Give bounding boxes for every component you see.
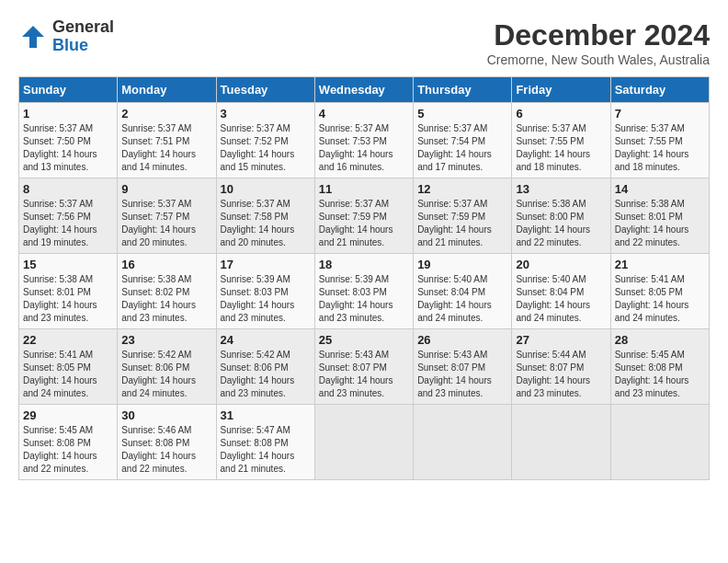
logo-icon	[18, 22, 48, 52]
day-info: Sunrise: 5:41 AMSunset: 8:05 PMDaylight:…	[615, 273, 705, 325]
page-header: General Blue December 2024 Cremorne, New…	[18, 18, 710, 67]
day-number: 3	[221, 107, 311, 121]
calendar-cell: 7 Sunrise: 5:37 AMSunset: 7:55 PMDayligh…	[610, 103, 709, 178]
day-number: 18	[319, 258, 409, 271]
day-number: 26	[417, 333, 507, 347]
calendar-row: 22 Sunrise: 5:41 AMSunset: 8:05 PMDaylig…	[19, 329, 710, 405]
calendar-cell: 22 Sunrise: 5:41 AMSunset: 8:05 PMDaylig…	[19, 329, 118, 405]
day-info: Sunrise: 5:47 AMSunset: 8:08 PMDaylight:…	[221, 424, 311, 476]
calendar-cell: 30 Sunrise: 5:46 AMSunset: 8:08 PMDaylig…	[118, 405, 216, 480]
calendar-row: 15 Sunrise: 5:38 AMSunset: 8:01 PMDaylig…	[19, 254, 710, 329]
calendar-table: SundayMondayTuesdayWednesdayThursdayFrid…	[18, 76, 710, 480]
calendar-cell: 16 Sunrise: 5:38 AMSunset: 8:02 PMDaylig…	[118, 254, 216, 329]
col-header-wednesday: Wednesday	[314, 77, 413, 103]
day-number: 12	[417, 182, 507, 196]
day-number: 15	[23, 258, 113, 271]
calendar-cell: 20 Sunrise: 5:40 AMSunset: 8:04 PMDaylig…	[512, 254, 610, 329]
calendar-cell: 27 Sunrise: 5:44 AMSunset: 8:07 PMDaylig…	[512, 329, 610, 405]
day-info: Sunrise: 5:37 AMSunset: 7:57 PMDaylight:…	[121, 198, 211, 249]
logo-text: General Blue	[52, 18, 114, 55]
day-info: Sunrise: 5:42 AMSunset: 8:06 PMDaylight:…	[121, 349, 211, 400]
day-number: 17	[221, 258, 311, 271]
day-info: Sunrise: 5:44 AMSunset: 8:07 PMDaylight:…	[516, 349, 606, 400]
col-header-friday: Friday	[512, 77, 610, 103]
calendar-cell: 25 Sunrise: 5:43 AMSunset: 8:07 PMDaylig…	[314, 329, 413, 405]
day-number: 30	[121, 408, 211, 422]
day-info: Sunrise: 5:46 AMSunset: 8:08 PMDaylight:…	[121, 424, 211, 476]
day-info: Sunrise: 5:41 AMSunset: 8:05 PMDaylight:…	[23, 349, 113, 400]
calendar-cell: 5 Sunrise: 5:37 AMSunset: 7:54 PMDayligh…	[414, 103, 512, 178]
day-info: Sunrise: 5:37 AMSunset: 7:56 PMDaylight:…	[23, 198, 113, 249]
calendar-row: 8 Sunrise: 5:37 AMSunset: 7:56 PMDayligh…	[19, 178, 710, 254]
day-number: 6	[516, 107, 606, 121]
col-header-sunday: Sunday	[19, 77, 118, 103]
day-number: 27	[516, 333, 606, 347]
col-header-saturday: Saturday	[610, 77, 709, 103]
day-info: Sunrise: 5:45 AMSunset: 8:08 PMDaylight:…	[615, 349, 705, 400]
day-number: 13	[516, 182, 606, 196]
day-info: Sunrise: 5:37 AMSunset: 7:51 PMDaylight:…	[121, 122, 211, 174]
day-info: Sunrise: 5:38 AMSunset: 8:01 PMDaylight:…	[23, 273, 113, 325]
day-info: Sunrise: 5:37 AMSunset: 7:59 PMDaylight:…	[417, 198, 507, 249]
calendar-cell: 21 Sunrise: 5:41 AMSunset: 8:05 PMDaylig…	[610, 254, 709, 329]
day-info: Sunrise: 5:37 AMSunset: 7:53 PMDaylight:…	[319, 122, 409, 174]
day-info: Sunrise: 5:42 AMSunset: 8:06 PMDaylight:…	[221, 349, 311, 400]
day-number: 1	[23, 107, 113, 121]
calendar-cell: 23 Sunrise: 5:42 AMSunset: 8:06 PMDaylig…	[118, 329, 216, 405]
day-info: Sunrise: 5:37 AMSunset: 7:58 PMDaylight:…	[221, 198, 311, 249]
day-number: 22	[23, 333, 113, 347]
day-info: Sunrise: 5:37 AMSunset: 7:59 PMDaylight:…	[319, 198, 409, 249]
day-number: 10	[221, 182, 311, 196]
calendar-cell: 18 Sunrise: 5:39 AMSunset: 8:03 PMDaylig…	[314, 254, 413, 329]
calendar-cell: 11 Sunrise: 5:37 AMSunset: 7:59 PMDaylig…	[314, 178, 413, 254]
day-number: 29	[23, 408, 113, 422]
calendar-cell: 9 Sunrise: 5:37 AMSunset: 7:57 PMDayligh…	[118, 178, 216, 254]
day-number: 16	[121, 258, 211, 271]
calendar-cell: 3 Sunrise: 5:37 AMSunset: 7:52 PMDayligh…	[216, 103, 314, 178]
day-number: 24	[221, 333, 311, 347]
calendar-cell: 4 Sunrise: 5:37 AMSunset: 7:53 PMDayligh…	[314, 103, 413, 178]
day-number: 21	[615, 258, 705, 271]
calendar-cell: 14 Sunrise: 5:38 AMSunset: 8:01 PMDaylig…	[610, 178, 709, 254]
day-number: 9	[121, 182, 211, 196]
calendar-cell	[414, 405, 512, 480]
day-number: 28	[615, 333, 705, 347]
day-info: Sunrise: 5:37 AMSunset: 7:50 PMDaylight:…	[23, 122, 113, 174]
calendar-cell: 2 Sunrise: 5:37 AMSunset: 7:51 PMDayligh…	[118, 103, 216, 178]
day-number: 23	[121, 333, 211, 347]
day-number: 20	[516, 258, 606, 271]
calendar-cell: 31 Sunrise: 5:47 AMSunset: 8:08 PMDaylig…	[216, 405, 314, 480]
day-info: Sunrise: 5:40 AMSunset: 8:04 PMDaylight:…	[516, 273, 606, 325]
day-info: Sunrise: 5:37 AMSunset: 7:55 PMDaylight:…	[516, 122, 606, 174]
day-number: 25	[319, 333, 409, 347]
logo-line2: Blue	[52, 37, 114, 55]
calendar-title: December 2024	[487, 18, 710, 52]
col-header-thursday: Thursday	[414, 77, 512, 103]
day-info: Sunrise: 5:38 AMSunset: 8:02 PMDaylight:…	[121, 273, 211, 325]
day-info: Sunrise: 5:38 AMSunset: 8:00 PMDaylight:…	[516, 198, 606, 249]
calendar-cell: 13 Sunrise: 5:38 AMSunset: 8:00 PMDaylig…	[512, 178, 610, 254]
calendar-cell: 10 Sunrise: 5:37 AMSunset: 7:58 PMDaylig…	[216, 178, 314, 254]
day-info: Sunrise: 5:37 AMSunset: 7:54 PMDaylight:…	[417, 122, 507, 174]
day-number: 19	[417, 258, 507, 271]
calendar-cell: 19 Sunrise: 5:40 AMSunset: 8:04 PMDaylig…	[414, 254, 512, 329]
day-info: Sunrise: 5:37 AMSunset: 7:52 PMDaylight:…	[221, 122, 311, 174]
calendar-cell	[314, 405, 413, 480]
header-row: SundayMondayTuesdayWednesdayThursdayFrid…	[19, 77, 710, 103]
calendar-cell	[610, 405, 709, 480]
calendar-cell: 24 Sunrise: 5:42 AMSunset: 8:06 PMDaylig…	[216, 329, 314, 405]
calendar-cell: 26 Sunrise: 5:43 AMSunset: 8:07 PMDaylig…	[414, 329, 512, 405]
calendar-cell: 29 Sunrise: 5:45 AMSunset: 8:08 PMDaylig…	[19, 405, 118, 480]
calendar-cell: 8 Sunrise: 5:37 AMSunset: 7:56 PMDayligh…	[19, 178, 118, 254]
col-header-tuesday: Tuesday	[216, 77, 314, 103]
day-info: Sunrise: 5:39 AMSunset: 8:03 PMDaylight:…	[319, 273, 409, 325]
day-number: 31	[221, 408, 311, 422]
logo: General Blue	[18, 18, 114, 55]
calendar-cell: 12 Sunrise: 5:37 AMSunset: 7:59 PMDaylig…	[414, 178, 512, 254]
calendar-cell: 1 Sunrise: 5:37 AMSunset: 7:50 PMDayligh…	[19, 103, 118, 178]
day-number: 8	[23, 182, 113, 196]
day-number: 11	[319, 182, 409, 196]
day-number: 4	[319, 107, 409, 121]
calendar-cell: 15 Sunrise: 5:38 AMSunset: 8:01 PMDaylig…	[19, 254, 118, 329]
calendar-row: 1 Sunrise: 5:37 AMSunset: 7:50 PMDayligh…	[19, 103, 710, 178]
